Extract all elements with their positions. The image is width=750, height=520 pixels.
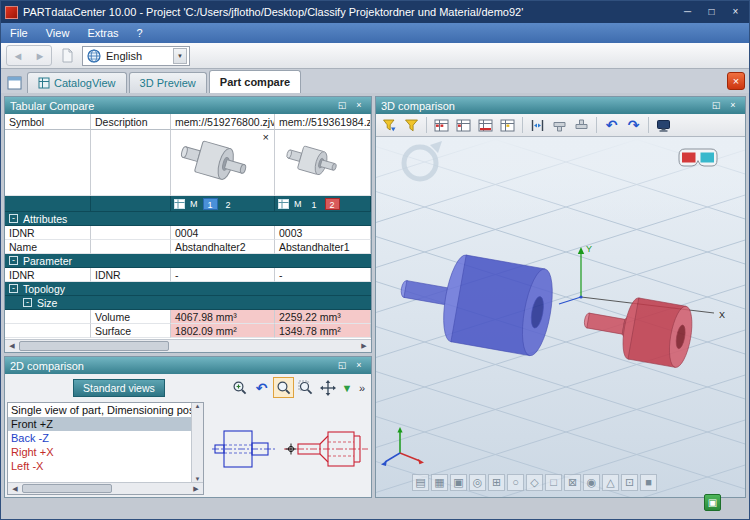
render-mode-icon[interactable]: ⊡ <box>621 474 638 491</box>
forward-button[interactable]: ► <box>29 46 51 65</box>
fullscreen-button[interactable] <box>653 115 674 135</box>
part1-thumbnail[interactable]: × <box>171 130 275 196</box>
compare-grid-4-button[interactable] <box>497 115 518 135</box>
collapse-icon[interactable]: - <box>9 284 18 293</box>
close-tab-button[interactable]: × <box>727 72 745 90</box>
close-panel-icon[interactable]: × <box>352 359 366 372</box>
render-mode-icon[interactable]: ◉ <box>583 474 600 491</box>
titlebar[interactable]: PARTdataCenter 10.00 - Project 'C:/Users… <box>1 1 749 23</box>
comparison-2d-titlebar[interactable]: 2D comparison ◱ × <box>5 357 371 374</box>
zoom-fit-button[interactable] <box>295 377 316 398</box>
close-button[interactable]: × <box>726 4 745 20</box>
part2-thumbnail[interactable] <box>275 130 371 196</box>
fit-connection-2-button[interactable] <box>571 115 592 135</box>
render-mode-icon[interactable]: ◇ <box>526 474 543 491</box>
undo-view-button[interactable]: ↶ <box>251 377 272 398</box>
close-panel-icon[interactable]: × <box>352 99 366 112</box>
tab-part-compare[interactable]: Part compare <box>209 70 301 93</box>
float-panel-icon[interactable]: ◱ <box>335 359 349 372</box>
page1-button[interactable]: 1 <box>203 198 218 210</box>
standard-views-button[interactable]: Standard views <box>73 379 165 397</box>
horizontal-scrollbar[interactable]: ◀ ▶ <box>5 339 371 352</box>
redo-button[interactable]: ↷ <box>623 115 644 135</box>
table-view-icon[interactable] <box>174 199 185 209</box>
tab-3d-preview[interactable]: 3D Preview <box>129 72 207 93</box>
menu-view[interactable]: View <box>37 23 79 43</box>
page2-button[interactable]: 2 <box>325 198 340 210</box>
scrollbar-thumb[interactable] <box>22 484 112 493</box>
render-mode-icon[interactable]: ▤ <box>412 474 429 491</box>
scroll-up-icon[interactable]: ▲ <box>192 403 203 409</box>
remove-part-icon[interactable]: × <box>263 132 269 142</box>
back-button[interactable]: ◄ <box>7 46 29 65</box>
maximize-button[interactable]: □ <box>702 4 721 20</box>
toolbar-overflow-icon[interactable]: » <box>356 382 368 394</box>
vertical-scrollbar[interactable]: ▲ ▼ <box>191 403 203 482</box>
layout-icon[interactable] <box>5 73 23 93</box>
minimize-button[interactable]: ─ <box>678 4 697 20</box>
table-row[interactable]: Name Abstandhalter2 Abstandhalter1 <box>5 240 371 254</box>
zoom-mode-button[interactable] <box>273 377 294 398</box>
collapse-icon[interactable]: - <box>23 298 32 307</box>
chevron-down-icon[interactable]: ▼ <box>173 48 187 64</box>
render-mode-icon[interactable]: ▣ <box>450 474 467 491</box>
collapse-icon[interactable]: - <box>9 214 18 223</box>
mode-m-button[interactable]: M <box>188 198 200 210</box>
section-topology[interactable]: - Topology <box>5 282 371 296</box>
drawing-previews[interactable] <box>211 404 368 494</box>
collapse-icon[interactable]: - <box>9 256 18 265</box>
viewport-3d[interactable]: Y X <box>376 137 745 497</box>
section-parameter[interactable]: - Parameter <box>5 254 371 268</box>
compare-grid-3-button[interactable] <box>475 115 496 135</box>
fit-connection-button[interactable] <box>549 115 570 135</box>
compare-grid-1-button[interactable] <box>431 115 452 135</box>
horizontal-scrollbar[interactable]: ◀ ▶ <box>8 482 203 494</box>
page2-button[interactable]: 2 <box>221 198 236 210</box>
zoom-in-button[interactable] <box>229 377 250 398</box>
table-row[interactable]: IDNR 0004 0003 <box>5 226 371 240</box>
scroll-left-icon[interactable]: ◀ <box>8 483 22 494</box>
float-panel-icon[interactable]: ◱ <box>709 99 723 112</box>
render-mode-icon[interactable]: ○ <box>507 474 524 491</box>
table-row[interactable]: IDNR IDNR - - <box>5 268 371 282</box>
pan-button[interactable] <box>317 377 338 398</box>
scroll-right-icon[interactable]: ▶ <box>357 340 371 352</box>
document-button[interactable] <box>56 46 78 65</box>
view-item-front[interactable]: Front +Z <box>8 417 203 431</box>
menu-extras[interactable]: Extras <box>78 23 127 43</box>
filter-compare-button[interactable] <box>379 115 400 135</box>
view-item-right[interactable]: Right +X <box>8 445 203 459</box>
float-panel-icon[interactable]: ◱ <box>335 99 349 112</box>
more-views-dropdown[interactable]: ▼ <box>339 382 355 394</box>
close-panel-icon[interactable]: × <box>726 99 740 112</box>
quick-access-button[interactable]: ▣ <box>704 494 721 511</box>
scroll-right-icon[interactable]: ▶ <box>189 483 203 494</box>
render-mode-icon[interactable]: ■ <box>640 474 657 491</box>
tab-catalogview[interactable]: CatalogView <box>27 72 127 93</box>
table-row[interactable]: Volume 4067.98 mm³ 2259.22 mm³ <box>5 310 371 324</box>
render-mode-icon[interactable]: ▦ <box>431 474 448 491</box>
table-row[interactable]: Surface 1802.09 mm² 1349.78 mm² <box>5 324 371 338</box>
menu-file[interactable]: File <box>1 23 37 43</box>
scrollbar-thumb[interactable] <box>19 341 169 351</box>
view-item-back[interactable]: Back -Z <box>8 431 203 445</box>
section-size[interactable]: - Size <box>5 296 371 310</box>
view-item-left[interactable]: Left -X <box>8 459 203 473</box>
compare-grid-2-button[interactable] <box>453 115 474 135</box>
comparison-3d-titlebar[interactable]: 3D comparison ◱ × <box>376 97 745 114</box>
language-select[interactable]: English ▼ <box>82 46 190 66</box>
render-mode-icon[interactable]: □ <box>545 474 562 491</box>
tabular-compare-titlebar[interactable]: Tabular Compare ◱ × <box>5 97 371 114</box>
page1-button[interactable]: 1 <box>307 198 322 210</box>
render-mode-icon[interactable]: ⊠ <box>564 474 581 491</box>
table-view-icon[interactable] <box>278 199 289 209</box>
render-mode-icon[interactable]: ◎ <box>469 474 486 491</box>
align-parts-button[interactable] <box>527 115 548 135</box>
render-mode-icon[interactable]: ⊞ <box>488 474 505 491</box>
section-attributes[interactable]: - Attributes <box>5 212 371 226</box>
render-mode-icon[interactable]: △ <box>602 474 619 491</box>
undo-button[interactable]: ↶ <box>601 115 622 135</box>
mode-m-button[interactable]: M <box>292 198 304 210</box>
filter-button[interactable] <box>401 115 422 135</box>
scroll-left-icon[interactable]: ◀ <box>5 340 19 352</box>
